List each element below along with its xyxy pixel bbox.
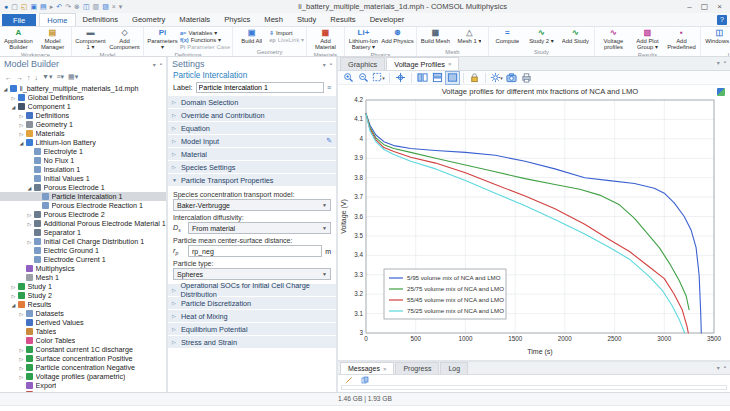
help-icon[interactable]: ?	[717, 15, 727, 25]
copy-text-icon[interactable]	[358, 374, 371, 386]
tree-item[interactable]: Export	[0, 381, 166, 390]
maximize-button[interactable]: ▢	[697, 2, 712, 11]
component-button[interactable]: ▬Component 1 ▾	[74, 28, 107, 51]
pin-icon[interactable]: ▪	[724, 59, 726, 66]
tree-item[interactable]: ◢Porous Electrode 1	[0, 183, 166, 192]
tree-item[interactable]: ▷Porous Electrode 2	[0, 210, 166, 219]
save-icon[interactable]: ▣	[29, 0, 38, 13]
tree-item[interactable]: ▷Definitions	[0, 111, 166, 120]
build-mesh-button[interactable]: ▦Build Mesh	[419, 28, 452, 44]
section-equilibrium-potential[interactable]: ▷Equilibrium Potential	[168, 323, 336, 336]
move-up-icon[interactable]: ↑	[27, 74, 31, 81]
model-manager-button[interactable]: ▤Model Manager	[36, 28, 69, 51]
tree-item[interactable]: ▷Datasets	[0, 309, 166, 318]
move-down-icon[interactable]: ↓	[35, 74, 39, 81]
add-study-button[interactable]: ∿Add Study	[559, 28, 592, 44]
tree-item[interactable]: ▷Constant current 1C discharge	[0, 345, 166, 354]
menu-tab-study[interactable]: Study	[290, 13, 323, 26]
split-vertical-icon[interactable]	[431, 72, 444, 84]
field-select[interactable]: Spheres▼	[173, 268, 331, 280]
duplicate-icon[interactable]: ▨	[101, 0, 110, 13]
windows-button[interactable]: ◫Windows ▾	[703, 28, 730, 44]
open-file-icon[interactable]: ◱	[20, 0, 29, 13]
tree-item[interactable]: Insulation 1	[0, 165, 166, 174]
add-predefined-plot-button[interactable]: ▪Add Predefined Plot	[665, 28, 698, 51]
panel-menu-icon[interactable]: ▾	[717, 59, 720, 66]
paste-icon[interactable]: ▥	[92, 0, 101, 13]
toolbar-options-icon[interactable]: ▦▾	[68, 73, 78, 81]
messages-tab-progress[interactable]: Progress	[395, 362, 439, 374]
cut-icon[interactable]: ⊗	[73, 0, 81, 13]
single-pane-icon[interactable]	[446, 72, 459, 84]
lithium-ion-battery-button[interactable]: Li+Lithium-Ion Battery ▾	[347, 28, 380, 51]
tree-item[interactable]: ◢Lithium-Ion Battery	[0, 138, 166, 147]
section-override-and-contribution[interactable]: ▷Override and Contribution	[168, 109, 336, 122]
field-select[interactable]: From material▼	[188, 222, 331, 234]
menu-tab-home[interactable]: Home	[39, 13, 75, 26]
plot-menu-icon[interactable]	[717, 88, 725, 96]
tree-item[interactable]: ▷Initial Cell Charge Distribution 1	[0, 237, 166, 246]
menu-tab-definitions[interactable]: Definitions	[76, 13, 125, 26]
tree-item[interactable]: ▷Surface concentration Positive	[0, 354, 166, 363]
tree-item[interactable]: ◢Component 1	[0, 102, 166, 111]
image-snapshot-icon[interactable]	[505, 72, 518, 84]
run-icon[interactable]: ▸	[49, 0, 55, 13]
section-material[interactable]: ▷Material	[168, 148, 336, 161]
compute-button[interactable]: =Compute	[491, 28, 524, 44]
tree-item[interactable]: Electrolyte 1	[0, 147, 166, 156]
section-domain-selection[interactable]: ▷Domain Selection	[168, 96, 336, 109]
menu-tab-geometry[interactable]: Geometry	[125, 13, 172, 26]
mesh-button[interactable]: △Mesh 1 ▾	[453, 28, 486, 44]
section-particle-transport-properties[interactable]: ▼Particle Transport Properties	[168, 174, 336, 187]
add-component-button[interactable]: ◇Add Component ▾	[108, 28, 141, 51]
add-material-button[interactable]: ▦Add Material	[309, 28, 342, 51]
collapse-all-icon[interactable]: ▼▾	[42, 73, 52, 81]
tree-item[interactable]: Color Tables	[0, 336, 166, 345]
tree-item[interactable]: Electric Ground 1	[0, 246, 166, 255]
tree-item[interactable]: ▷Additional Porous Electrode Material 1	[0, 219, 166, 228]
voltage-profiles-button[interactable]: ∿Voltage profiles (parametric) ▾	[597, 28, 630, 51]
functions-button[interactable]: f(x)Functions ▾	[180, 36, 230, 43]
print-icon[interactable]	[520, 72, 533, 84]
tree-item[interactable]: Separator 1	[0, 228, 166, 237]
variables-button[interactable]: a=Variables ▾	[180, 29, 230, 36]
pin-icon[interactable]: ▪	[330, 61, 332, 68]
minimize-button[interactable]: –	[682, 2, 697, 11]
menu-tab-mesh[interactable]: Mesh	[257, 13, 290, 26]
tree-item[interactable]: Mesh 1	[0, 273, 166, 282]
menu-tab-developer[interactable]: Developer	[363, 13, 412, 26]
import-button[interactable]: ⇩Import	[269, 29, 304, 36]
messages-tab-messages[interactable]: Messages×	[340, 362, 394, 374]
section-operational-socs-for-initial-cell-charge-distribution[interactable]: ▷Operational SOCs for Initial Cell Charg…	[168, 284, 336, 297]
tree-item[interactable]: ◢li_battery_multiple_materials_1d.mph	[0, 84, 166, 93]
menu-tab-file[interactable]: File	[2, 14, 36, 26]
section-stress-and-strain[interactable]: ▷Stress and Strain	[168, 336, 336, 349]
close-tab-icon[interactable]: ×	[448, 61, 452, 67]
go-forward-icon[interactable]: →	[16, 74, 23, 81]
graphics-tab-graphics[interactable]: Graphics	[340, 57, 385, 70]
comsol-logo-icon[interactable]: ●	[3, 0, 9, 13]
section-heat-of-mixing[interactable]: ▷Heat of Mixing	[168, 310, 336, 323]
zoom-extents-icon[interactable]: ▾	[372, 72, 385, 84]
parameters-button[interactable]: PiParameters ▾	[146, 28, 179, 51]
redo-icon[interactable]: ↷	[64, 0, 72, 13]
field-input[interactable]: rp_neg	[188, 245, 322, 257]
tree-item[interactable]: Multiphysics	[0, 264, 166, 273]
messages-tab-log[interactable]: Log	[440, 362, 468, 374]
close-button[interactable]: ×	[712, 2, 727, 11]
delete-icon[interactable]: ×	[111, 0, 117, 13]
section-species-settings[interactable]: ▷Species Settings	[168, 161, 336, 174]
tree-item[interactable]: Derived Values	[0, 318, 166, 327]
voltage-profiles-plot[interactable]: 050010001500200025003000350033.13.23.33.…	[338, 85, 728, 358]
zoom-out-icon[interactable]	[357, 72, 370, 84]
study-button[interactable]: ∿Study 2 ▾	[525, 28, 558, 44]
menu-tab-materials[interactable]: Materials	[172, 13, 217, 26]
add-physics-button[interactable]: ⊛Add Physics	[381, 28, 414, 44]
close-tab-icon[interactable]: ×	[383, 366, 387, 372]
graphics-tab-voltage-profiles[interactable]: Voltage Profiles×	[386, 57, 459, 70]
menu-tab-physics[interactable]: Physics	[217, 13, 257, 26]
tree-item[interactable]: Electrode Current 1	[0, 255, 166, 264]
save-as-icon[interactable]: ▤	[39, 0, 48, 13]
go-back-icon[interactable]: ←	[5, 74, 12, 81]
clear-messages-icon[interactable]	[342, 374, 355, 386]
